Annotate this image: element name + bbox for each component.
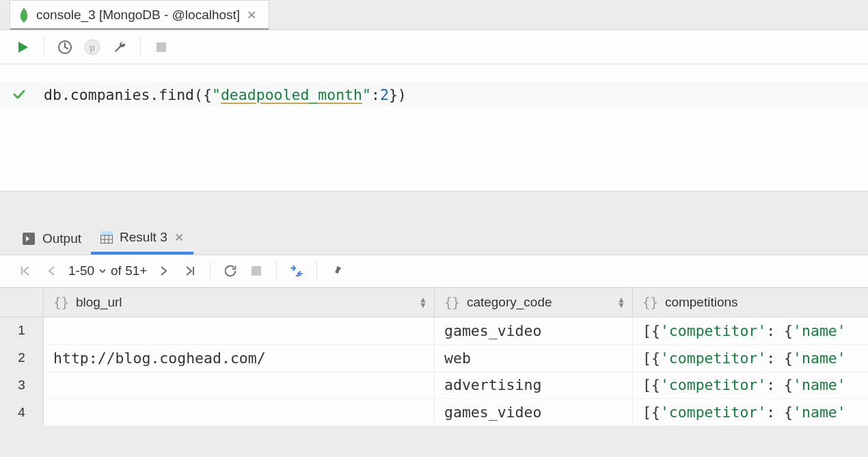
row-number: 3 — [0, 372, 44, 399]
code-editor[interactable]: db.companies.find({"deadpooled_month":2}… — [0, 64, 868, 192]
next-page-button[interactable] — [151, 258, 177, 284]
cell-competitions[interactable]: [{'competitor': {'name' — [633, 399, 868, 426]
grid-header-competitions[interactable]: {} competitions — [633, 288, 868, 317]
cell-category[interactable]: advertising — [435, 372, 633, 399]
row-number: 1 — [0, 317, 44, 344]
table-row[interactable]: 1 games_video [{'competitor': {'name' — [0, 317, 868, 345]
close-icon[interactable]: ✕ — [247, 8, 256, 23]
editor-tab-title: console_3 [MongoDB - @localhost] — [36, 8, 240, 23]
grid-header-rownum[interactable] — [0, 288, 44, 317]
tab-output[interactable]: Output — [12, 223, 91, 254]
pin-button[interactable] — [324, 258, 350, 284]
mongodb-leaf-icon — [18, 7, 29, 23]
row-number: 2 — [0, 345, 44, 371]
wrench-button[interactable] — [106, 34, 133, 61]
page-of-label: of 51+ — [111, 263, 147, 278]
cell-category[interactable]: games_video — [435, 317, 633, 344]
cell-competitions[interactable]: [{'competitor': {'name' — [633, 372, 868, 399]
row-number: 4 — [0, 399, 44, 426]
editor-toolbar: p — [0, 30, 868, 64]
table-row[interactable]: 2 http://blog.coghead.com/ web [{'compet… — [0, 345, 868, 372]
page-range-value: 1-50 — [68, 263, 94, 278]
output-icon — [22, 232, 36, 246]
grid-header-blog_url[interactable]: {} blog_url ▲▼ — [44, 288, 435, 317]
json-braces-icon: {} — [642, 295, 658, 310]
table-icon — [100, 231, 113, 244]
tab-output-label: Output — [42, 231, 81, 246]
tab-result3[interactable]: Result 3 ✕ — [91, 223, 193, 254]
stop-result-button[interactable] — [243, 258, 269, 284]
cell-blog_url[interactable] — [44, 372, 435, 399]
cell-category[interactable]: games_video — [435, 399, 633, 426]
json-braces-icon: {} — [444, 295, 460, 310]
sort-icon[interactable]: ▲▼ — [419, 297, 427, 308]
json-braces-icon: {} — [53, 295, 69, 310]
last-page-button[interactable] — [177, 258, 203, 284]
refresh-button[interactable] — [217, 258, 243, 284]
close-icon[interactable]: ✕ — [174, 231, 184, 245]
run-button[interactable] — [10, 34, 37, 61]
cell-category[interactable]: web — [435, 345, 633, 371]
svg-rect-10 — [100, 231, 113, 235]
col-label: category_code — [467, 295, 552, 310]
cell-blog_url[interactable] — [44, 317, 435, 344]
collapse-button[interactable] — [284, 258, 310, 284]
svg-text:p: p — [90, 42, 94, 52]
editor-tab-console3[interactable]: console_3 [MongoDB - @localhost] ✕ — [10, 0, 269, 29]
col-label: blog_url — [76, 295, 122, 310]
prev-page-button[interactable] — [38, 258, 64, 284]
result-panel-tabs: Output Result 3 ✕ — [0, 223, 868, 254]
p-button[interactable]: p — [79, 34, 106, 61]
tab-result3-label: Result 3 — [120, 230, 167, 245]
cell-blog_url[interactable]: http://blog.coghead.com/ — [44, 345, 435, 371]
gutter-check-icon — [11, 88, 27, 101]
svg-rect-11 — [252, 266, 261, 276]
result-grid: {} blog_url ▲▼ {} category_code ▲▼ {} co… — [0, 287, 868, 426]
page-range[interactable]: 1-50 of 51+ — [64, 263, 151, 278]
cell-competitions[interactable]: [{'competitor': {'name' — [633, 345, 868, 371]
chevron-down-icon — [98, 267, 107, 275]
stop-button[interactable] — [148, 34, 175, 61]
table-row[interactable]: 3 advertising [{'competitor': {'name' — [0, 372, 868, 400]
svg-rect-3 — [157, 42, 166, 52]
cell-blog_url[interactable] — [44, 399, 435, 426]
grid-header-category_code[interactable]: {} category_code ▲▼ — [435, 288, 633, 317]
result-toolbar: 1-50 of 51+ — [0, 254, 868, 287]
cell-competitions[interactable]: [{'competitor': {'name' — [633, 317, 868, 344]
code-text: db.companies.find({"deadpooled_month":2}… — [44, 86, 407, 103]
table-row[interactable]: 4 games_video [{'competitor': {'name' — [0, 399, 868, 426]
code-line-1[interactable]: db.companies.find({"deadpooled_month":2}… — [0, 82, 868, 107]
editor-tab-bar: console_3 [MongoDB - @localhost] ✕ — [0, 0, 868, 30]
sort-icon[interactable]: ▲▼ — [617, 297, 625, 308]
col-label: competitions — [665, 295, 738, 310]
history-button[interactable] — [51, 34, 79, 61]
grid-header-row: {} blog_url ▲▼ {} category_code ▲▼ {} co… — [0, 287, 868, 317]
first-page-button[interactable] — [12, 258, 38, 284]
